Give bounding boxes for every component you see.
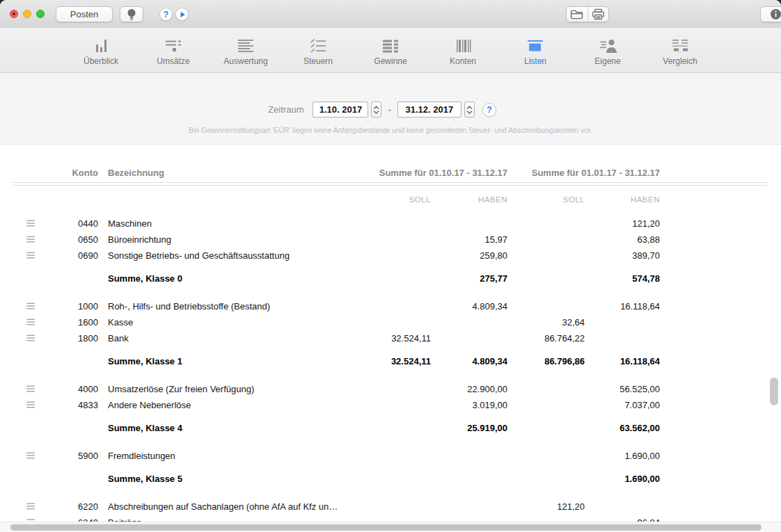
soll2-cell: 86.796,86 bbox=[507, 353, 585, 369]
konto-cell: 5900 bbox=[42, 448, 98, 464]
table-row[interactable]: 6220Abschreibungen auf Sachanlagen (ohne… bbox=[13, 499, 781, 515]
haben1-cell: 15,97 bbox=[431, 232, 507, 248]
date-to-stepper[interactable] bbox=[464, 102, 475, 118]
konto-cell: 4833 bbox=[42, 397, 98, 413]
table-row[interactable]: 5900Fremdleistungen1.690,00 bbox=[13, 448, 781, 464]
close-button[interactable] bbox=[10, 10, 18, 18]
date-from-stepper[interactable] bbox=[371, 102, 381, 118]
toolbar-action-group bbox=[566, 6, 609, 22]
table-row[interactable]: 0650Büroeinrichtung15,9763,88 bbox=[13, 232, 781, 248]
bezeichnung-cell: Kasse bbox=[98, 314, 356, 330]
tab-steuern[interactable]: Steuern bbox=[282, 28, 354, 72]
account-class-group: 6220Abschreibungen auf Sachanlagen (ohne… bbox=[13, 499, 781, 522]
table-row[interactable]: 6240Beiträge96,84 bbox=[13, 515, 781, 522]
tab-label: Konten bbox=[450, 56, 476, 66]
bezeichnung-cell: Andere Nebenerlöse bbox=[98, 397, 356, 413]
row-handle-icon[interactable] bbox=[26, 448, 35, 464]
euer-hint-text: Bei Gewinnermittlungsart 'EÜR' liegen ke… bbox=[0, 126, 781, 134]
info-button[interactable] bbox=[760, 6, 781, 22]
barcode-icon bbox=[454, 37, 472, 54]
table-area: Konto Bezeichnung Summe für 01.10.17 - 3… bbox=[0, 145, 781, 522]
soll1-cell: 32.524,11 bbox=[356, 330, 431, 346]
haben2-cell: 389,70 bbox=[585, 248, 660, 264]
tab-label: Überblick bbox=[84, 56, 118, 66]
table-row[interactable]: 1800Bank32.524,1186.764,22 bbox=[13, 330, 781, 346]
bezeichnung-cell: Summe, Klasse 0 bbox=[98, 271, 356, 287]
konto-cell: 6240 bbox=[42, 515, 98, 522]
tab-label: Vergleich bbox=[663, 56, 697, 66]
tab-auswertung[interactable]: Auswertung bbox=[210, 28, 282, 72]
table-header: Konto Bezeichnung Summe für 01.10.17 - 3… bbox=[13, 166, 781, 179]
konto-cell: 0650 bbox=[42, 232, 98, 248]
lines-square-icon bbox=[164, 37, 182, 54]
konto-cell: 6220 bbox=[42, 499, 98, 515]
table-row[interactable]: 4000Umsatzerlöse (Zur freien Verfügung)2… bbox=[13, 381, 781, 397]
haben1-cell: 3.019,00 bbox=[431, 397, 507, 413]
tab-eigene[interactable]: Eigene bbox=[571, 28, 644, 72]
konto-cell: 4000 bbox=[42, 381, 98, 397]
row-handle-cell bbox=[13, 515, 42, 522]
sum-row[interactable]: Summe, Klasse 425.919,0063.562,00 bbox=[13, 420, 781, 436]
tab-label: Steuern bbox=[303, 56, 333, 66]
posten-button[interactable]: Posten bbox=[56, 6, 113, 22]
app-window: Posten ? bbox=[0, 0, 781, 532]
account-class-group: 0440Maschinen121,200650Büroeinrichtung15… bbox=[13, 216, 781, 287]
konto-cell: 1800 bbox=[42, 330, 98, 346]
tab-uberblick[interactable]: Überblick bbox=[65, 28, 137, 72]
table-row[interactable]: 0440Maschinen121,20 bbox=[13, 216, 781, 232]
print-button[interactable] bbox=[588, 7, 609, 22]
play-button[interactable] bbox=[175, 8, 189, 21]
bar-chart-icon bbox=[92, 37, 110, 54]
period-band: Zeitraum - ? Bei Gewinnermittlungsart 'E… bbox=[0, 73, 781, 145]
percent-lines-icon bbox=[309, 37, 327, 54]
haben2-cell: 1.690,00 bbox=[585, 448, 660, 464]
table-rows: 0440Maschinen121,200650Büroeinrichtung15… bbox=[13, 216, 781, 522]
vertical-scrollbar-thumb[interactable] bbox=[770, 378, 778, 405]
sum-row[interactable]: Summe, Klasse 0275,77574,78 bbox=[13, 271, 781, 287]
tab-umsatze[interactable]: Umsätze bbox=[137, 28, 210, 72]
konto-cell: 0690 bbox=[42, 248, 98, 264]
horizontal-scrollbar bbox=[0, 522, 781, 532]
row-handle-icon[interactable] bbox=[26, 381, 35, 397]
horizontal-scrollbar-thumb[interactable] bbox=[10, 524, 762, 531]
bezeichnung-cell: Summe, Klasse 5 bbox=[98, 471, 356, 487]
account-class-group: 4000Umsatzerlöse (Zur freien Verfügung)2… bbox=[13, 381, 781, 436]
row-handle-icon[interactable] bbox=[26, 314, 35, 330]
row-handle-icon[interactable] bbox=[26, 232, 35, 248]
help-button[interactable]: ? bbox=[159, 8, 173, 21]
zoom-button[interactable] bbox=[36, 10, 45, 18]
table-row[interactable]: 1600Kasse32,64 bbox=[13, 314, 781, 330]
printer-icon bbox=[592, 8, 605, 20]
table-row[interactable]: 4833Andere Nebenerlöse3.019,007.037,00 bbox=[13, 397, 781, 413]
tab-vergleich[interactable]: Vergleich bbox=[644, 28, 716, 72]
minimize-button[interactable] bbox=[23, 10, 31, 18]
tab-gewinne[interactable]: Gewinne bbox=[354, 28, 427, 72]
row-handle-icon[interactable] bbox=[26, 216, 35, 232]
period-row: Zeitraum - ? bbox=[0, 102, 773, 118]
tab-konten[interactable]: Konten bbox=[427, 28, 499, 72]
bezeichnung-cell: Beiträge bbox=[98, 515, 356, 522]
sum-row[interactable]: Summe, Klasse 132.524,114.809,3486.796,8… bbox=[13, 353, 781, 369]
haben2-cell: 7.037,00 bbox=[585, 397, 660, 413]
row-handle-icon[interactable] bbox=[26, 397, 35, 413]
date-to-field[interactable] bbox=[397, 102, 462, 118]
play-icon bbox=[179, 11, 186, 18]
open-folder-button[interactable] bbox=[567, 7, 588, 22]
bezeichnung-cell: Sonstige Betriebs- und Geschäftsausstatt… bbox=[98, 248, 356, 264]
row-handle-icon[interactable] bbox=[26, 499, 35, 515]
row-handle-icon[interactable] bbox=[26, 515, 35, 522]
row-handle-icon[interactable] bbox=[26, 298, 35, 314]
date-from-field[interactable] bbox=[313, 102, 368, 118]
table-row[interactable]: 0690Sonstige Betriebs- und Geschäftsauss… bbox=[13, 248, 781, 264]
bulb-button[interactable] bbox=[120, 6, 143, 22]
table-row[interactable]: 1000Roh-, Hilfs- und Betriebsstoffe (Bes… bbox=[13, 298, 781, 314]
haben2-cell: 121,20 bbox=[585, 216, 660, 232]
row-handle-icon[interactable] bbox=[26, 248, 35, 264]
haben1-cell: 259,80 bbox=[431, 248, 507, 264]
sum-row[interactable]: Summe, Klasse 51.690,00 bbox=[13, 471, 781, 487]
tab-listen[interactable]: Listen bbox=[499, 28, 571, 72]
soll2-cell: 32,64 bbox=[507, 314, 585, 330]
account-class-group: 1000Roh-, Hilfs- und Betriebsstoffe (Bes… bbox=[13, 298, 781, 369]
row-handle-icon[interactable] bbox=[26, 330, 35, 346]
period-help-button[interactable]: ? bbox=[482, 103, 496, 117]
